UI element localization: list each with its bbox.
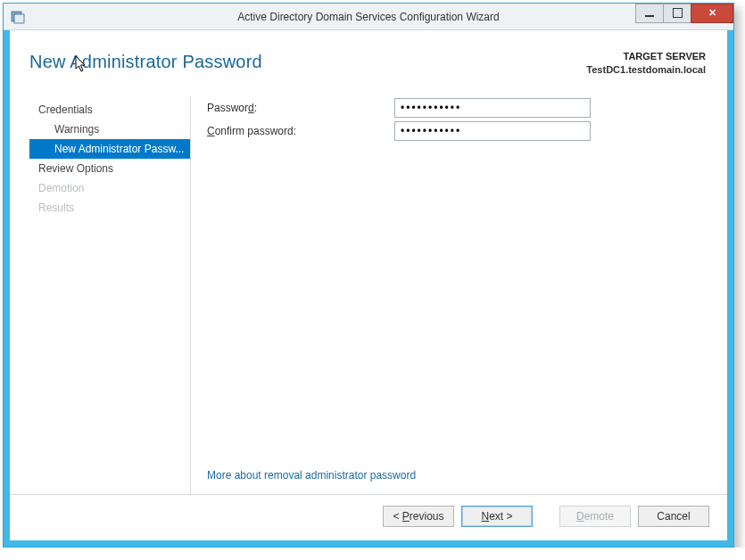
nav-item-demotion: Demotion xyxy=(29,178,190,198)
password-row: Password: xyxy=(207,96,708,119)
nav-item-credentials[interactable]: Credentials xyxy=(29,100,190,119)
form-area: Password: Confirm password: xyxy=(207,96,708,460)
help-link[interactable]: More about removal administrator passwor… xyxy=(207,469,416,482)
help-link-row: More about removal administrator passwor… xyxy=(207,460,708,494)
app-icon xyxy=(11,10,25,24)
nav-item-review-options[interactable]: Review Options xyxy=(29,159,190,178)
content-pane: Password: Confirm password: More xyxy=(190,96,708,494)
page-title: New Administrator Password xyxy=(29,52,262,72)
main-row: Credentials Warnings New Administrator P… xyxy=(29,96,708,494)
nav-item-results: Results xyxy=(29,198,190,218)
password-label: Password: xyxy=(207,102,394,114)
confirm-password-input[interactable] xyxy=(394,121,591,141)
next-button[interactable]: Next > xyxy=(461,506,533,527)
minimize-button[interactable] xyxy=(635,4,664,23)
wizard-window: Active Directory Domain Services Configu… xyxy=(3,3,734,548)
titlebar[interactable]: Active Directory Domain Services Configu… xyxy=(4,4,733,30)
window-controls xyxy=(636,4,733,23)
demote-button: Demote xyxy=(559,506,631,527)
svg-rect-1 xyxy=(14,14,24,23)
close-button[interactable] xyxy=(691,4,733,23)
header: New Administrator Password TARGET SERVER… xyxy=(29,50,708,77)
confirm-password-row: Confirm password: xyxy=(207,119,708,143)
previous-button[interactable]: < Previous xyxy=(383,506,454,527)
window-body: New Administrator Password TARGET SERVER… xyxy=(10,30,727,540)
confirm-password-label: Confirm password: xyxy=(207,125,394,137)
window-title: Active Directory Domain Services Configu… xyxy=(4,11,733,23)
target-server-block: TARGET SERVER TestDC1.testdomain.local xyxy=(586,50,706,77)
nav-item-warnings[interactable]: Warnings xyxy=(29,119,190,139)
password-input[interactable] xyxy=(394,98,591,118)
wizard-nav: Credentials Warnings New Administrator P… xyxy=(29,96,190,494)
footer: < Previous Next > Demote Cancel xyxy=(10,494,727,540)
target-server-name: TestDC1.testdomain.local xyxy=(586,63,706,77)
target-server-label: TARGET SERVER xyxy=(586,50,706,63)
cancel-button[interactable]: Cancel xyxy=(638,506,709,527)
window-chrome: New Administrator Password TARGET SERVER… xyxy=(4,30,733,547)
nav-item-new-admin-password[interactable]: New Administrator Passw... xyxy=(29,139,190,159)
maximize-button[interactable] xyxy=(663,4,691,23)
